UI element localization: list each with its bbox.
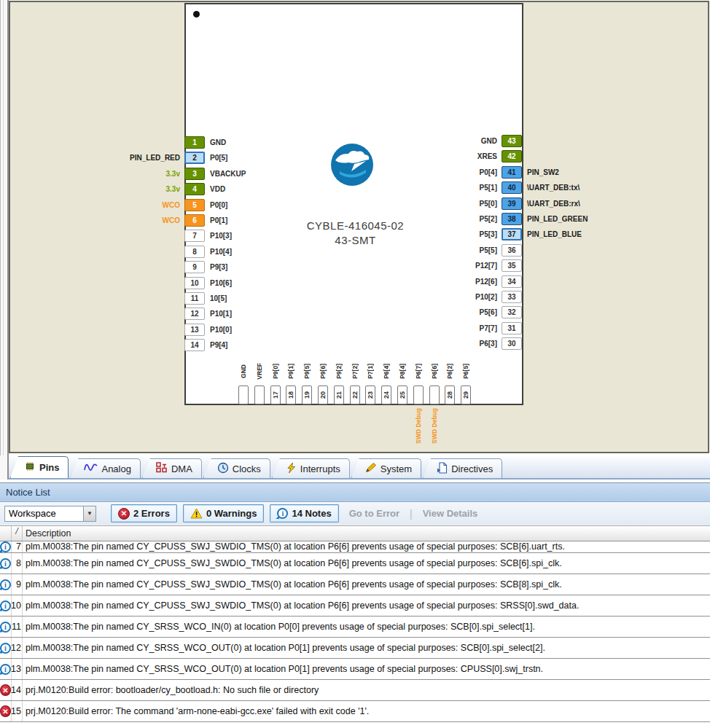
pin-17-box[interactable]: 17 xyxy=(270,385,281,404)
tab-label: System xyxy=(381,463,412,474)
notice-row-10[interactable]: i10plm.M0038:The pin named CY_CPUSS_SWJ_… xyxy=(0,595,710,617)
pin-19-box[interactable]: 19 xyxy=(302,385,312,404)
pin-39-box[interactable]: 39 xyxy=(502,197,522,210)
pin-number: 19 xyxy=(303,391,311,399)
pin-43-name: GND xyxy=(407,135,497,147)
pin-36-box[interactable]: 36 xyxy=(502,244,522,257)
notice-row-9[interactable]: i9plm.M0038:The pin named CY_CPUSS_SWJ_S… xyxy=(0,574,710,595)
pin-8-box[interactable]: 8 xyxy=(184,246,205,258)
notice-row-id: 13 xyxy=(12,659,23,679)
pin-9-name: P9[3] xyxy=(210,261,227,273)
notice-row-8[interactable]: i8plm.M0038:The pin named CY_CPUSS_SWJ_S… xyxy=(0,553,710,574)
pin-13-box[interactable]: 13 xyxy=(184,324,205,336)
pin-7-box[interactable]: 7 xyxy=(184,230,205,242)
pin-number: 17 xyxy=(272,391,279,399)
errors-filter-button[interactable]: ✕ 2 Errors xyxy=(111,504,177,522)
pin-30-box[interactable]: 30 xyxy=(502,337,522,350)
note-icon: i xyxy=(0,541,12,552)
pin-6-box[interactable]: 6 xyxy=(184,214,205,227)
pin-2-box[interactable]: 2 xyxy=(184,152,205,164)
pin-18-box[interactable]: 18 xyxy=(286,385,296,404)
pin-5-name: P0[0] xyxy=(210,199,227,211)
pin-1-name: GND xyxy=(210,136,226,149)
pin-12-box[interactable]: 12 xyxy=(184,308,205,320)
pin-33-box[interactable]: 33 xyxy=(502,291,522,303)
errors-filter-label: 2 Errors xyxy=(133,508,170,519)
pin-38-box[interactable]: 38 xyxy=(502,213,522,225)
notice-row-description: plm.M0038:The pin named CY_CPUSS_SWJ_SWD… xyxy=(23,574,710,595)
notice-row-11[interactable]: i11plm.M0038:The pin named CY_SRSS_WCO_I… xyxy=(0,617,710,638)
notice-row-12[interactable]: i12plm.M0038:The pin named CY_SRSS_WCO_O… xyxy=(0,638,710,659)
notice-rows: i7plm.M0038:The pin named CY_CPUSS_SWJ_S… xyxy=(0,541,710,722)
pin-28-box[interactable]: 28 xyxy=(445,385,455,404)
pin-32-name: P5[6] xyxy=(407,306,497,318)
description-column-header[interactable]: Description xyxy=(23,526,710,541)
pin-16-box[interactable]: 16 xyxy=(254,385,265,404)
sort-column-header[interactable]: / xyxy=(12,526,23,541)
workspace-dropdown[interactable]: Workspace ▼ xyxy=(4,506,96,522)
notice-row-13[interactable]: i13plm.M0038:The pin named CY_SRSS_WCO_O… xyxy=(0,659,710,680)
pin-23-box[interactable]: 23 xyxy=(365,385,375,404)
pin-22-box[interactable]: 22 xyxy=(350,385,360,404)
pin-37-ext-label: PIN_LED_BLUE xyxy=(527,228,582,240)
pin-26-name: P6[7] xyxy=(413,359,424,383)
pin-40-box[interactable]: 40 xyxy=(502,181,522,194)
pin-41-box[interactable]: 41 xyxy=(502,166,522,179)
pin-13-name: P10[0] xyxy=(210,324,232,336)
notice-row-description: plm.M0038:The pin named CY_CPUSS_SWJ_SWD… xyxy=(23,595,710,616)
pin-25-box[interactable]: 25 xyxy=(397,385,407,404)
pin-9-box[interactable]: 9 xyxy=(184,261,205,273)
pin-42-box[interactable]: 42 xyxy=(502,150,522,163)
pin-31-name: P7[7] xyxy=(407,322,497,334)
pin-5-box[interactable]: 5 xyxy=(184,199,205,211)
pin-20-box[interactable]: 20 xyxy=(318,385,328,404)
tab-analog[interactable]: Analog xyxy=(70,458,140,478)
pin-29-box[interactable]: 29 xyxy=(461,385,471,404)
pin-15-box[interactable]: 15 xyxy=(238,385,249,404)
pin-37-box[interactable]: 37 xyxy=(502,228,522,240)
pin-3-box[interactable]: 3 xyxy=(184,168,205,180)
pin-14-box[interactable]: 14 xyxy=(184,339,205,351)
tab-directives[interactable]: Directives xyxy=(423,458,502,478)
tab-pins[interactable]: Pins xyxy=(10,456,69,478)
tab-clocks[interactable]: Clocks xyxy=(203,458,270,478)
notes-filter-label: 14 Notes xyxy=(292,508,331,519)
pin-26-box[interactable]: 26 xyxy=(413,385,424,404)
editor-tab-strip: PinsAnalogDMAClocksInterruptsSystemDirec… xyxy=(0,455,710,480)
notes-filter-button[interactable]: i 14 Notes xyxy=(270,504,338,522)
notice-list-panel: Notice List Workspace ▼ ✕ 2 Errors 0 War… xyxy=(0,482,710,728)
tab-label: DMA xyxy=(171,463,192,474)
pin-10-box[interactable]: 10 xyxy=(184,277,205,289)
tab-dma[interactable]: DMA xyxy=(142,458,202,478)
pin-38-ext-label: PIN_LED_GREEN xyxy=(527,213,588,225)
warnings-filter-button[interactable]: 0 Warnings xyxy=(183,504,265,522)
dropdown-arrow-icon[interactable]: ▼ xyxy=(83,506,95,521)
pin-1-box[interactable]: 1 xyxy=(184,136,205,149)
view-details-button[interactable]: View Details xyxy=(418,508,483,519)
tab-interrupts[interactable]: Interrupts xyxy=(272,458,350,478)
pin-21-box[interactable]: 21 xyxy=(334,385,344,404)
left-rail xyxy=(0,0,9,455)
note-icon: i xyxy=(0,659,12,679)
pin-43-box[interactable]: 43 xyxy=(502,135,522,147)
pin-24-box[interactable]: 24 xyxy=(381,385,391,404)
pin-11-box[interactable]: 11 xyxy=(184,292,205,305)
pin-40-name: P5[1] xyxy=(407,181,497,194)
pin-32-box[interactable]: 32 xyxy=(502,306,522,318)
notice-row-15[interactable]: ✕15prj.M0120:Build error: The command 'a… xyxy=(0,701,710,722)
go-to-error-button[interactable]: Go to Error xyxy=(345,508,404,519)
pin-23-name: P7[1] xyxy=(365,359,375,383)
icon-column-header[interactable] xyxy=(0,526,12,541)
pin-34-box[interactable]: 34 xyxy=(502,275,522,288)
pin-35-box[interactable]: 35 xyxy=(502,259,522,272)
pin-4-box[interactable]: 4 xyxy=(184,183,205,195)
pin-27-box[interactable]: 27 xyxy=(429,385,440,404)
notice-row-14[interactable]: ✕14prj.M0120:Build error: bootloader/cy_… xyxy=(0,680,710,701)
note-icon: i xyxy=(277,508,288,519)
pin-31-box[interactable]: 31 xyxy=(502,322,522,334)
notice-row-7[interactable]: i7plm.M0038:The pin named CY_CPUSS_SWJ_S… xyxy=(0,541,710,553)
pin-4-ext-label: 3.3v xyxy=(57,183,180,195)
tab-system[interactable]: System xyxy=(351,458,421,478)
pin-editor-canvas: CYBLE-416045-02 43-SMT 1GND2P0[5]PIN_LED… xyxy=(0,0,710,455)
notice-table: / Description i7plm.M0038:The pin named … xyxy=(0,525,710,728)
